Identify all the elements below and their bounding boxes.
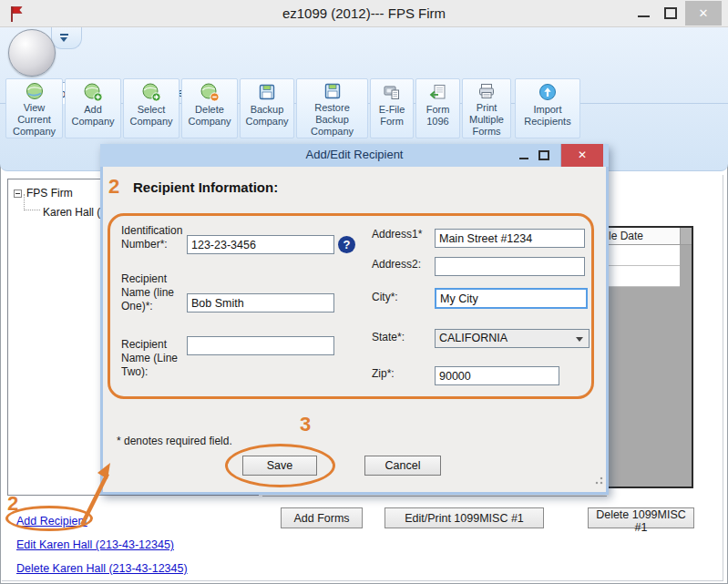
ribbon-button-label: Print Multiple Forms xyxy=(463,102,510,138)
minimize-icon[interactable] xyxy=(638,15,650,17)
required-field-note: * denotes required field. xyxy=(117,435,232,447)
ribbon-button-label: Backup Company xyxy=(241,104,293,128)
close-icon[interactable]: ✕ xyxy=(685,1,722,26)
edit-print-1099misc-button[interactable]: Edit/Print 1099MISC #1 xyxy=(385,507,544,528)
ribbon-button-label: Add Company xyxy=(66,104,120,128)
cancel-button[interactable]: Cancel xyxy=(364,456,441,476)
dialog-maximize-icon[interactable] xyxy=(538,150,549,160)
ribbon-button-label: Form 1096 xyxy=(416,104,459,128)
ribbon-button-select-company[interactable]: Select Company xyxy=(123,78,179,138)
form-1096-icon xyxy=(428,81,448,103)
ribbon-button-form-1096[interactable]: Form 1096 xyxy=(415,78,460,138)
window-title: ez1099 (2012)--- FPS Firm xyxy=(0,5,728,21)
floppy-icon xyxy=(323,81,343,101)
ribbon-button-label: Select Company xyxy=(124,104,179,128)
tree-item-fps-firm[interactable]: FPS Firm xyxy=(14,187,73,200)
import-icon xyxy=(538,81,558,103)
maximize-icon[interactable] xyxy=(664,7,677,19)
tree-expander-icon[interactable] xyxy=(14,190,22,198)
globe-delete-icon xyxy=(200,81,220,103)
tree-item-karen-hall[interactable]: Karen Hall ( xyxy=(43,206,100,219)
window-edge-line xyxy=(723,175,723,581)
ribbon-button-import-recipients[interactable]: Import Recipients xyxy=(515,78,580,138)
ribbon-button-label: Delete Company xyxy=(182,104,237,128)
ribbon-button-label: E-File Form xyxy=(371,104,413,128)
dialog-title: Add/Edit Recipient xyxy=(100,148,609,161)
globe-select-icon xyxy=(141,81,161,103)
window-titlebar: ez1099 (2012)--- FPS Firm ✕ xyxy=(0,0,728,27)
ribbon-button-label: View Current Company xyxy=(6,102,62,138)
globe-add-icon xyxy=(83,81,103,103)
ribbon-button-label: Restore Backup Company xyxy=(297,102,367,138)
ribbon-button-restore-backup-company[interactable]: Restore Backup Company xyxy=(296,78,368,138)
printer-icon xyxy=(477,81,497,101)
window-bottom-line xyxy=(2,580,723,581)
ribbon-button-backup-company[interactable]: Backup Company xyxy=(240,78,294,138)
ribbon-button-delete-company[interactable]: Delete Company xyxy=(181,78,238,138)
delete-1099misc-button[interactable]: Delete 1099MISC #1 xyxy=(588,507,694,528)
ribbon-button-label: Import Recipients xyxy=(516,104,579,128)
application-menu-button[interactable] xyxy=(8,29,56,77)
efile-icon xyxy=(382,81,402,103)
application-window: ez1099 (2012)--- FPS Firm ✕ Company Lice… xyxy=(0,0,728,584)
dialog-close-icon[interactable]: ✕ xyxy=(560,144,603,167)
dialog-titlebar[interactable]: Add/Edit Recipient ✕ xyxy=(100,144,609,167)
dialog-minimize-icon[interactable] xyxy=(519,158,528,159)
floppy-icon xyxy=(257,81,277,103)
qat-dropdown-icon[interactable] xyxy=(60,34,68,42)
tree-connector xyxy=(24,194,40,210)
ribbon-button-print-multiple-forms[interactable]: Print Multiple Forms xyxy=(462,78,511,138)
ribbon-button-add-company[interactable]: Add Company xyxy=(65,78,121,138)
delete-karen-hall-link[interactable]: Delete Karen Hall (213-43-12345) xyxy=(16,562,188,575)
panel-divider xyxy=(262,496,607,497)
annotation-save-ellipse xyxy=(225,444,335,487)
add-forms-button[interactable]: Add Forms xyxy=(281,507,363,528)
ribbon-button-view-current-company[interactable]: View Current Company xyxy=(5,78,63,138)
section-header: Recipient Information: xyxy=(133,179,278,195)
edit-karen-hall-link[interactable]: Edit Karen Hall (213-43-12345) xyxy=(16,538,174,551)
annotation-step-3-badge: 3 xyxy=(300,413,311,436)
annotation-step-2-badge: 2 xyxy=(108,175,119,199)
ribbon-button-efile-form[interactable]: E-File Form xyxy=(370,78,414,138)
globe-icon xyxy=(25,81,45,101)
dialog-resize-grip[interactable] xyxy=(592,474,603,485)
annotation-arrow xyxy=(64,454,128,538)
annotation-fields-box xyxy=(108,213,594,399)
grid-header-corner xyxy=(680,228,692,245)
